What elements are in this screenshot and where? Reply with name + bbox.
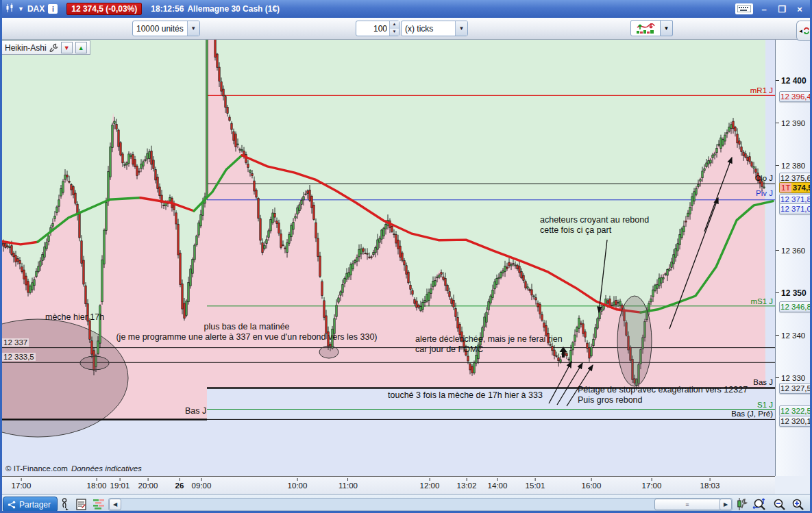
level-label: mS1 J	[750, 297, 773, 305]
spinner-down-icon[interactable]: ▼	[390, 29, 399, 36]
candlestick-icon	[5, 3, 14, 15]
bottom-toolbar: Partager ◀ ≡ ▶	[0, 494, 812, 513]
level-label: Clo J	[755, 174, 773, 182]
axis-tick: 12 360	[776, 245, 805, 255]
chart-settings-icon[interactable]	[735, 497, 748, 511]
top-toolbar: 10000 unités ▼ 100 ▲▼ (x) ticks ▼ ▼ ◂	[0, 18, 812, 40]
keyboard-icon[interactable]	[735, 3, 753, 14]
share-button[interactable]: Partager	[3, 497, 58, 512]
trading-app-window: ▼ DAX i 12 374,5 (-0,03%) 18:12:56 Allem…	[0, 0, 812, 513]
chart-type-dropdown-icon[interactable]: ▼	[661, 20, 673, 36]
axis-tick: 12 350	[776, 288, 807, 298]
refresh-arrows-icon	[803, 25, 810, 36]
timeframe-dropdown-icon[interactable]: ▼	[455, 21, 467, 36]
units-value: 10000 unités	[133, 24, 187, 34]
quote-time: 18:12:56	[151, 4, 184, 14]
time-tick: 19:01	[110, 478, 130, 490]
units-dropdown-icon[interactable]: ▼	[187, 21, 199, 36]
share-label: Partager	[19, 500, 51, 510]
scrollbar-thumb[interactable]: ≡	[654, 499, 721, 510]
time-tick: 17:00	[12, 478, 32, 490]
axis-tick: 12 380	[776, 160, 805, 171]
zoom-out-icon[interactable]	[773, 497, 787, 511]
annotation-acheteurs: acheteurs croyant au rebond cette fois c…	[540, 215, 649, 236]
chart-svg	[0, 40, 775, 476]
axis-price-badge: 12 346,8	[779, 301, 812, 312]
instrument-description: Allemagne 30 Cash (1€)	[187, 4, 280, 14]
axis-tick: 12 340	[776, 330, 805, 340]
level-label: Piv J	[756, 189, 773, 197]
axis-price-badge: 12 371,0	[779, 203, 812, 214]
level-label: S1 J	[757, 401, 773, 409]
indicator-chip[interactable]: Heikin-Ashi ▼ ▲	[1, 40, 90, 55]
close-button[interactable]: ×	[793, 3, 807, 14]
axis-tick: 12 390	[776, 118, 805, 128]
person-tool-icon[interactable]	[58, 497, 71, 511]
chart-type-icon	[636, 22, 655, 34]
axis-price-badge: 12 322,5	[779, 405, 812, 416]
user-line-label-123335[interactable]: 12 333,5	[2, 353, 36, 361]
axis-tick: 12 330	[776, 373, 805, 383]
time-tick: 15:01	[526, 478, 545, 490]
maximize-button[interactable]: ❒	[775, 3, 789, 14]
instrument-dropdown-icon[interactable]: ▼	[18, 5, 24, 12]
buy-arrow-icon[interactable]: ▲	[75, 42, 87, 53]
annotation-meche-hier: mèche hier 17h	[45, 312, 104, 323]
title-bar: ▼ DAX i 12 374,5 (-0,03%) 18:12:56 Allem…	[0, 0, 812, 18]
time-tick: 13:02	[457, 478, 477, 490]
spinner-up-icon[interactable]: ▲	[390, 21, 399, 29]
tick-count-value: 100	[356, 24, 389, 34]
time-tick: 09:00	[192, 478, 212, 490]
axis-tick: 12 400	[776, 75, 807, 86]
time-tick: 17:00	[642, 478, 662, 490]
time-tick: 18:00	[87, 478, 107, 490]
zoom-in-icon[interactable]	[791, 497, 805, 511]
price-axis[interactable]: 12 40012 39012 38012 36012 35012 34012 3…	[775, 40, 812, 476]
annotation-petage-stop: Pétage de stop avec exagération vers 123…	[578, 385, 748, 405]
scroll-left-icon[interactable]: ◀	[109, 499, 121, 510]
axis-price-badge: 12 327,5	[779, 383, 812, 394]
chart-type-button[interactable]	[630, 20, 661, 36]
time-tick: 11:00	[339, 478, 358, 490]
level-label: mR1 J	[750, 86, 773, 95]
annotation-alerte: alerte déclenchée, mais je ne ferai rien…	[415, 334, 563, 355]
timeframe-select[interactable]: (x) ticks ▼	[401, 21, 468, 36]
time-tick: 26	[175, 478, 184, 490]
time-tick: 14:00	[488, 478, 508, 490]
timeframe-value: (x) ticks	[402, 24, 455, 34]
price-change-badge: 12 374,5 (-0,03%)	[66, 3, 142, 15]
scroll-right-icon[interactable]: ▶	[719, 499, 732, 510]
collapse-arrow-icon: ◂	[799, 27, 802, 34]
time-tick: 12:00	[420, 478, 440, 490]
level-label: Bas (J, Pré)	[731, 410, 773, 418]
time-axis[interactable]: 17:0018:0019:0120:002609:0010:0011:0012:…	[0, 476, 775, 495]
level-label: Bas J	[753, 378, 773, 386]
chart-area[interactable]: Heikin-Ashi ▼ ▲ mèche hier 17h plus bas …	[0, 39, 812, 476]
info-icon[interactable]: i	[48, 4, 58, 14]
axis-price-badge: 12 320,1	[779, 416, 812, 427]
wrench-icon[interactable]	[49, 43, 58, 52]
instrument-name: DAX	[27, 4, 45, 14]
indicator-label: Heikin-Ashi	[5, 43, 47, 53]
minimize-button[interactable]: –	[757, 3, 771, 14]
annotation-touche-3-fois: touché 3 fois la mèche de 17h hier à 333	[388, 390, 543, 401]
time-tick: 20:00	[138, 478, 158, 490]
notes-icon[interactable]	[74, 497, 88, 511]
units-select[interactable]: 10000 unités ▼	[132, 21, 200, 36]
annotation-plus-bas-matinee: plus bas de la matinée (je me programme …	[115, 322, 378, 342]
last-price-badge: 1T374,5	[779, 182, 812, 193]
copyright-note: © IT-Finance.comDonnées indicatives	[5, 464, 142, 473]
user-line-label-12337[interactable]: 12 337	[2, 338, 29, 347]
collapse-panel-tab[interactable]: ◂	[796, 21, 812, 41]
zoom-fit-icon[interactable]	[752, 497, 766, 511]
sell-arrow-icon[interactable]: ▼	[61, 42, 73, 53]
bas-j-left-label: Bas J	[185, 406, 206, 416]
horizontal-scrollbar[interactable]: ◀ ≡ ▶	[108, 498, 733, 511]
axis-price-badge: 12 396,4	[779, 91, 812, 102]
tick-count-spinner[interactable]: 100 ▲▼	[356, 21, 399, 36]
time-tick: 10:00	[288, 478, 308, 490]
time-tick: 18:03	[700, 478, 720, 490]
time-tick: 16:00	[582, 478, 602, 490]
positions-icon[interactable]	[92, 497, 106, 511]
share-icon	[8, 501, 16, 509]
